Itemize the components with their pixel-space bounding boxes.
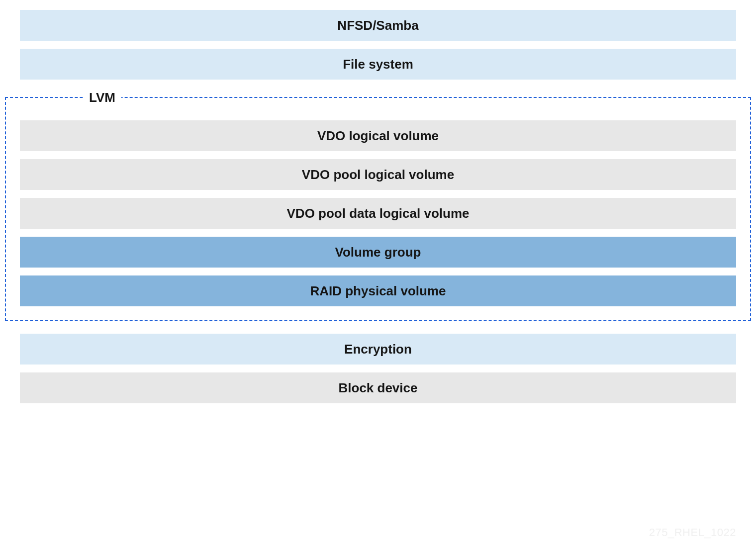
layer-file-system: File system <box>20 49 736 80</box>
layer-vdo-pool-logical-volume: VDO pool logical volume <box>20 159 736 190</box>
lvm-label: LVM <box>83 90 121 105</box>
bottom-layers: Encryption Block device <box>20 334 736 403</box>
layer-vdo-logical-volume: VDO logical volume <box>20 120 736 151</box>
layer-block-device: Block device <box>20 372 736 403</box>
layer-volume-group: Volume group <box>20 237 736 268</box>
lvm-group: LVM VDO logical volume VDO pool logical … <box>5 97 751 321</box>
layer-encryption: Encryption <box>20 334 736 365</box>
layer-raid-physical-volume: RAID physical volume <box>20 275 736 306</box>
layer-nfsd-samba: NFSD/Samba <box>20 10 736 41</box>
layer-vdo-pool-data-logical-volume: VDO pool data logical volume <box>20 198 736 229</box>
top-layers: NFSD/Samba File system <box>20 10 736 80</box>
watermark: 275_RHEL_1022 <box>649 526 736 539</box>
